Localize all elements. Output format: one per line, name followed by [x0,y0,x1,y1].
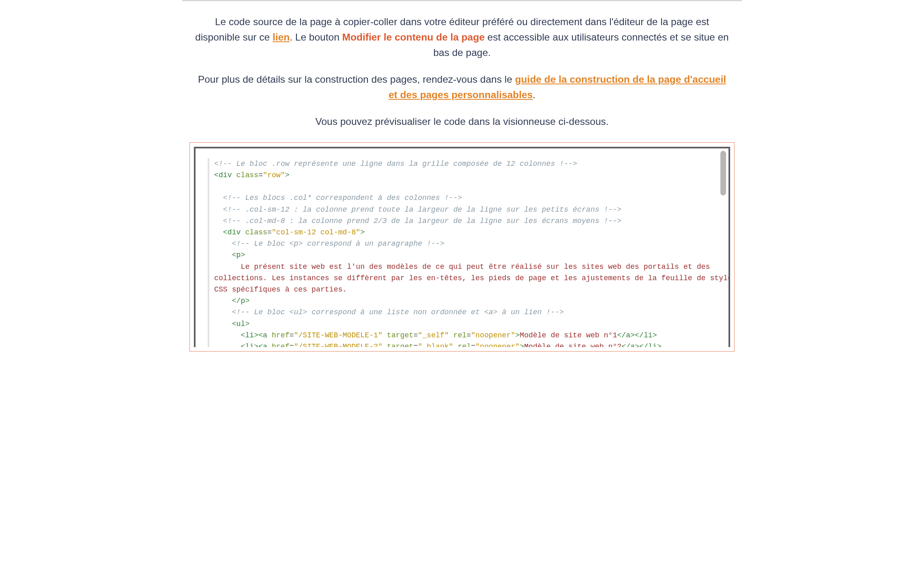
modify-button-label: Modifier le contenu de la page [342,32,485,43]
intro-paragraph-2: Pour plus de détails sur la construction… [194,72,730,103]
intro-paragraph-1: Le code source de la page à copier-colle… [194,14,730,60]
source-link[interactable]: lien [273,32,290,43]
intro-p2-text-a: Pour plus de détails sur la construction… [198,74,515,85]
intro-p1-text-b: . Le bouton [290,32,342,43]
code-gutter-bar [208,158,209,347]
code-viewer-container: <!-- Le bloc .row représente une ligne d… [189,142,735,352]
code-viewer-frame: <!-- Le bloc .row représente une ligne d… [194,147,730,347]
top-divider [182,0,742,1]
intro-text: Le code source de la page à copier-colle… [194,14,730,129]
code-preview: <!-- Le bloc .row représente une ligne d… [196,148,728,347]
intro-p2-text-b: . [533,89,535,100]
code-content: <!-- Le bloc .row représente une ligne d… [214,158,712,347]
intro-paragraph-3: Vous pouvez prévisualiser le code dans l… [194,114,730,129]
